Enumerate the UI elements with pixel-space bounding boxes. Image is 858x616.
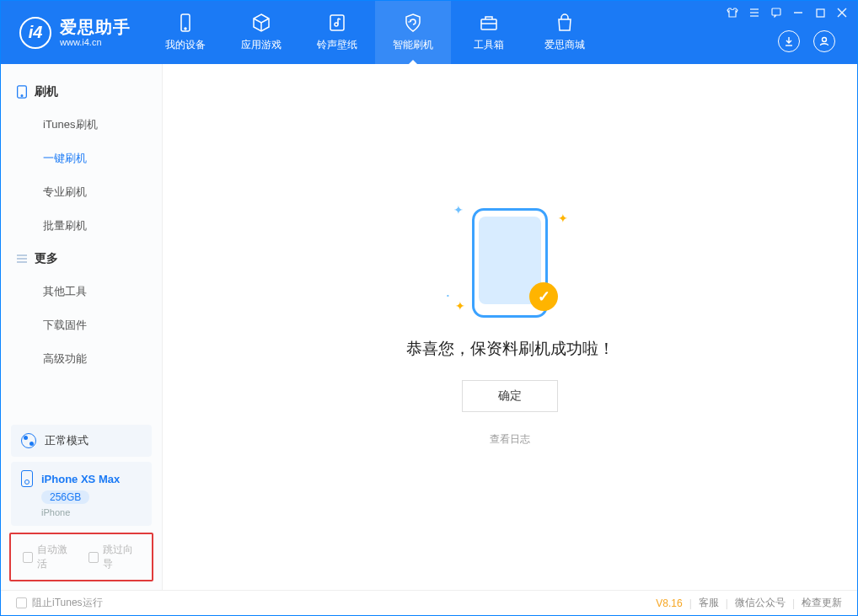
sidebar-item-advanced[interactable]: 高级功能	[1, 342, 162, 376]
svg-point-18	[21, 95, 23, 97]
svg-point-16	[823, 37, 827, 41]
checkbox-stop-itunes[interactable]: 阻止iTunes运行	[16, 596, 103, 610]
view-log-link[interactable]: 查看日志	[490, 432, 530, 447]
sidebar-item-oneclick-flash[interactable]: 一键刷机	[1, 142, 162, 175]
sidebar-group-more: 更多	[1, 243, 162, 275]
mode-label: 正常模式	[45, 433, 88, 448]
logo: i4 爱思助手 www.i4.cn	[1, 1, 147, 64]
logo-icon: i4	[19, 17, 51, 49]
checkbox-icon	[16, 597, 27, 608]
tab-apps-games[interactable]: 应用游戏	[223, 1, 299, 64]
device-capacity: 256GB	[41, 490, 89, 504]
checkbox-skip-guide[interactable]: 跳过向导	[88, 543, 141, 571]
menu-icon[interactable]	[748, 6, 761, 19]
sidebar-group-flash: 刷机	[1, 76, 162, 108]
user-icon[interactable]	[813, 30, 835, 52]
device-name: iPhone XS Max	[41, 473, 120, 485]
sidebar-item-other-tools[interactable]: 其他工具	[1, 275, 162, 308]
shield-refresh-icon	[403, 13, 423, 33]
footer-link-support[interactable]: 客服	[699, 596, 719, 610]
close-button[interactable]	[835, 6, 849, 19]
sidebar-item-download-fw[interactable]: 下载固件	[1, 308, 162, 342]
list-icon	[16, 252, 28, 265]
download-icon[interactable]	[778, 30, 800, 52]
maximize-button[interactable]	[813, 6, 827, 19]
checkbox-auto-activate[interactable]: 自动激活	[23, 543, 75, 571]
toolbox-icon	[479, 13, 499, 33]
device-small-icon	[21, 470, 33, 487]
main-content: ✦✦✦• ✓ 恭喜您，保资料刷机成功啦！ 确定 查看日志	[163, 64, 857, 590]
tab-ringtone-wallpaper[interactable]: 铃声壁纸	[299, 1, 375, 64]
checkmark-badge-icon: ✓	[529, 282, 558, 311]
sidebar-item-pro-flash[interactable]: 专业刷机	[1, 175, 162, 209]
footer: 阻止iTunes运行 V8.16 | 客服 | 微信公众号 | 检查更新	[1, 590, 857, 615]
footer-link-wechat[interactable]: 微信公众号	[735, 596, 786, 610]
checkbox-icon	[88, 552, 99, 563]
sidebar-item-itunes-flash[interactable]: iTunes刷机	[1, 108, 162, 142]
music-note-icon	[327, 13, 347, 33]
success-illustration: ✦✦✦• ✓	[472, 208, 548, 318]
window-controls	[726, 6, 849, 19]
tab-smart-flash[interactable]: 智能刷机	[375, 1, 451, 64]
checkbox-icon	[23, 552, 33, 563]
activation-options: 自动激活 跳过向导	[9, 533, 153, 581]
svg-point-12	[335, 23, 338, 26]
sidebar-item-batch-flash[interactable]: 批量刷机	[1, 209, 162, 243]
footer-link-update[interactable]: 检查更新	[802, 596, 842, 610]
nav-tabs: 我的设备 应用游戏 铃声壁纸 智能刷机 工具箱 爱思商城	[147, 1, 603, 64]
svg-rect-3	[772, 8, 780, 15]
version-label: V8.16	[656, 597, 682, 609]
app-window: i4 爱思助手 www.i4.cn 我的设备 应用游戏 铃声壁纸 智能刷机	[0, 0, 858, 616]
device-icon	[175, 13, 196, 33]
minimize-button[interactable]	[791, 6, 805, 19]
phone-icon	[16, 85, 28, 99]
svg-rect-5	[817, 9, 824, 17]
bag-icon	[555, 13, 575, 33]
success-message: 恭喜您，保资料刷机成功啦！	[406, 338, 614, 360]
sidebar: 刷机 iTunes刷机 一键刷机 专业刷机 批量刷机 更多 其他工具 下载固件 …	[1, 64, 163, 590]
cube-icon	[251, 13, 271, 33]
brand-name: 爱思助手	[60, 17, 131, 37]
svg-point-9	[185, 28, 186, 29]
device-type: iPhone	[41, 507, 70, 517]
svg-rect-13	[481, 19, 496, 29]
titlebar: i4 爱思助手 www.i4.cn 我的设备 应用游戏 铃声壁纸 智能刷机	[1, 1, 857, 64]
ok-button[interactable]: 确定	[462, 380, 558, 412]
tab-my-device[interactable]: 我的设备	[147, 1, 223, 64]
mode-icon	[21, 433, 36, 448]
mode-card[interactable]: 正常模式	[11, 425, 152, 457]
tab-toolbox[interactable]: 工具箱	[451, 1, 527, 64]
tab-store[interactable]: 爱思商城	[527, 1, 603, 64]
brand-url: www.i4.cn	[60, 37, 131, 48]
device-card[interactable]: iPhone XS Max 256GB iPhone	[11, 462, 152, 526]
feedback-icon[interactable]	[770, 6, 783, 19]
tshirt-icon[interactable]	[726, 6, 739, 19]
